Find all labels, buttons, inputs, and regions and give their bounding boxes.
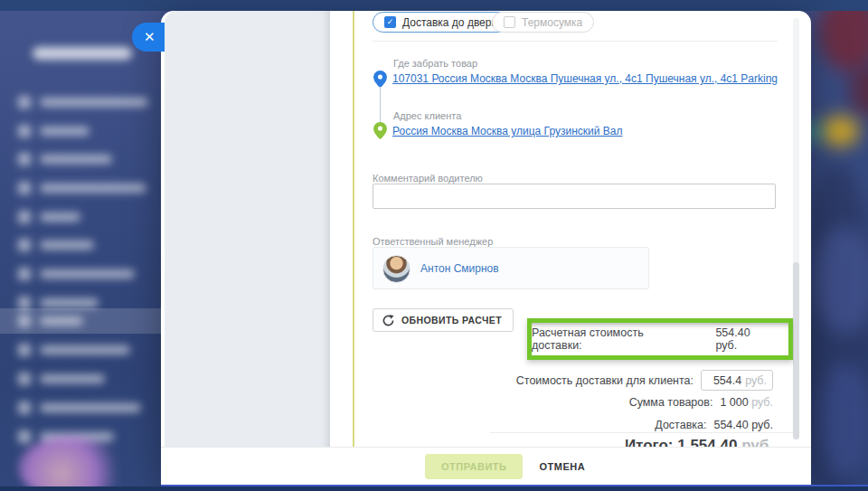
- delivery-label: Доставка:: [655, 419, 706, 431]
- total-label: Итого:: [625, 437, 674, 447]
- sidebar-item[interactable]: [0, 176, 161, 200]
- door-delivery-toggle[interactable]: ✓ Доставка до двери: [373, 12, 509, 33]
- sidebar-item[interactable]: [0, 309, 161, 333]
- checkbox-empty-icon: [504, 16, 515, 28]
- goods-sum-row: Сумма товаров: 1 000 руб.: [439, 396, 773, 409]
- modal-scrollbar[interactable]: [793, 18, 799, 439]
- pickup-address-link[interactable]: 107031 Россия Москва Москва Пушечная ул.…: [392, 72, 778, 85]
- driver-comment-textarea[interactable]: [373, 184, 776, 209]
- manager-card: Антон Смирнов: [373, 247, 649, 289]
- sidebar-item[interactable]: [0, 90, 161, 114]
- client-cost-row: Стоимость доставки для клиента: 554.4 ру…: [439, 370, 773, 391]
- driver-comment-label: Комментарий водителю: [373, 173, 483, 184]
- top-bar: [0, 0, 868, 11]
- divider: [490, 432, 794, 433]
- manager-avatar: [382, 255, 410, 283]
- bottom-bar: [0, 486, 868, 491]
- route-connector: [380, 87, 381, 123]
- cancel-button[interactable]: ОТМЕНА: [539, 461, 585, 472]
- refresh-calc-label: ОБНОВИТЬ РАСЧЕТ: [401, 315, 502, 326]
- dialog-left-panel: [165, 11, 330, 447]
- submit-button[interactable]: ОТПРАВИТЬ: [425, 454, 523, 479]
- client-pin-icon: [373, 122, 387, 139]
- door-delivery-label: Доставка до двери: [402, 16, 497, 29]
- goods-sum-value: 1 000: [720, 396, 748, 409]
- calculated-cost-value: 554.40 руб.: [715, 326, 773, 352]
- pickup-label: Где забрать товар: [393, 58, 477, 69]
- total-row: Итого: 1 554.40 руб.: [625, 437, 773, 447]
- calculated-cost-label: Расчетная стоимость доставки:: [532, 326, 692, 352]
- thermo-bag-label: Термосумка: [522, 16, 582, 29]
- divider: [373, 41, 778, 42]
- app-logo: [33, 47, 132, 60]
- sidebar-item[interactable]: [0, 119, 161, 143]
- client-address-label: Адрес клиента: [393, 110, 461, 121]
- checkbox-checked-icon: ✓: [384, 16, 396, 28]
- dialog-content: ✓ Доставка до двери Термосумка Где забра…: [354, 11, 794, 447]
- manager-label: Ответственный менеджер: [373, 236, 493, 247]
- refresh-calc-button[interactable]: ОБНОВИТЬ РАСЧЕТ: [373, 308, 514, 332]
- sidebar-item[interactable]: [0, 147, 161, 171]
- delivery-row: Доставка: 554.40 руб.: [439, 419, 773, 431]
- background-blob: [821, 116, 859, 146]
- thermo-bag-toggle[interactable]: Термосумка: [492, 12, 594, 33]
- client-cost-label: Стоимость доставки для клиента:: [516, 374, 693, 387]
- background-blob: [818, 362, 868, 479]
- sidebar-item[interactable]: [0, 233, 161, 257]
- sidebar-item[interactable]: [0, 205, 161, 229]
- total-value: 1 554.40: [677, 437, 737, 447]
- goods-sum-label: Сумма товаров:: [629, 396, 713, 409]
- order-dialog: ✕ ✓ Доставка до двери Термосумка Где заб…: [161, 11, 811, 485]
- sidebar-item[interactable]: [0, 262, 161, 286]
- total-currency: руб.: [741, 437, 773, 447]
- sidebar-blurred-content: [0, 11, 161, 486]
- calculated-cost-highlight: Расчетная стоимость доставки: 554.40 руб…: [527, 318, 793, 360]
- dialog-footer: ОТПРАВИТЬ ОТМЕНА: [161, 447, 811, 485]
- delivery-value: 554.40 руб.: [713, 419, 773, 431]
- sidebar-item[interactable]: [0, 338, 161, 362]
- sidebar: [0, 11, 161, 486]
- sidebar-item[interactable]: [0, 367, 161, 391]
- pickup-pin-icon: [373, 71, 387, 88]
- modal-scrollbar-thumb[interactable]: [793, 262, 799, 439]
- refresh-icon: [382, 315, 394, 326]
- goods-sum-currency: руб.: [751, 396, 773, 409]
- background-blob: [818, 0, 868, 72]
- client-cost-input[interactable]: 554.4 руб.: [701, 370, 773, 391]
- sidebar-item[interactable]: [0, 396, 161, 420]
- screen: ✕ ✓ Доставка до двери Термосумка Где заб…: [0, 0, 868, 491]
- manager-name-link[interactable]: Антон Смирнов: [420, 262, 499, 275]
- client-cost-value: 554.4: [713, 374, 741, 387]
- client-cost-currency: руб.: [745, 374, 767, 387]
- client-address-link[interactable]: Россия Москва Москва улица Грузинский Ва…: [392, 125, 622, 137]
